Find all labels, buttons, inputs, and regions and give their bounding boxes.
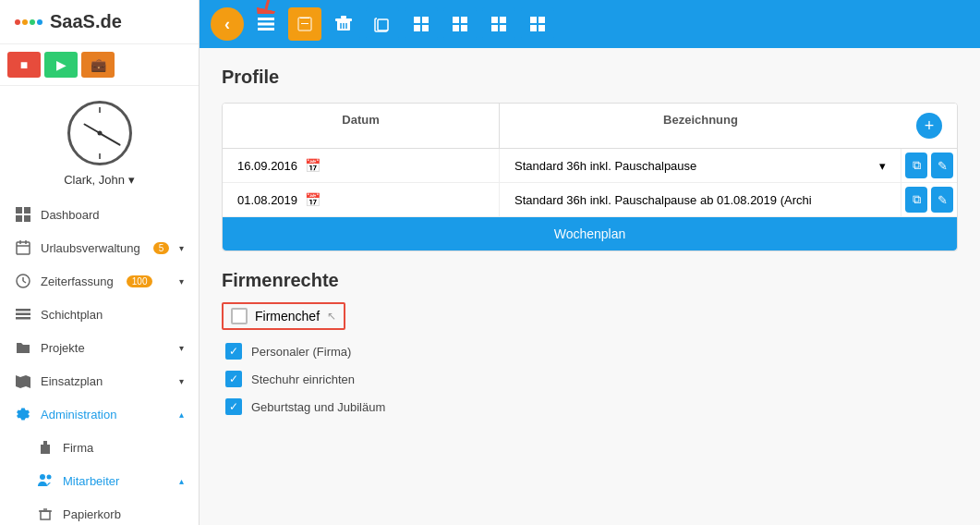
minute-hand: [99, 132, 120, 145]
svg-rect-23: [258, 28, 274, 31]
svg-rect-3: [24, 215, 30, 222]
sidebar-item-projekte[interactable]: Projekte ▾: [0, 331, 199, 364]
bezeichnung-cell-2: Standard 36h inkl. Pauschalpause ab 01.0…: [500, 183, 901, 216]
sidebar-item-einsatzplan[interactable]: Einsatzplan ▾: [0, 364, 199, 397]
sidebar-item-dashboard[interactable]: Dashboard: [0, 198, 199, 231]
svg-rect-12: [16, 313, 30, 316]
row-actions-1: ⧉ ✎: [901, 149, 957, 182]
calendar-icon-1[interactable]: 📅: [305, 158, 321, 173]
svg-rect-38: [414, 25, 420, 31]
delete-button[interactable]: [327, 7, 360, 41]
add-profile-button[interactable]: +: [916, 113, 942, 139]
date-value-2: 01.08.2019: [237, 193, 297, 207]
clock: [67, 101, 132, 165]
copy-button[interactable]: [366, 7, 399, 41]
table-row: 16.09.2016 📅 Standard 36h inkl. Pauschal…: [223, 149, 957, 183]
svg-rect-31: [341, 16, 346, 18]
svg-rect-11: [16, 309, 30, 311]
checkbox-item-personaler: ✓ Personaler (Firma): [222, 337, 958, 365]
svg-rect-41: [461, 17, 467, 23]
chevron-down-icon: ▾: [879, 159, 886, 173]
checkbox-geburtstag[interactable]: ✓: [225, 398, 242, 415]
checkbox-label-stechuhr: Stechuhr einrichten: [251, 372, 355, 386]
chevron-down-icon: ▾: [128, 173, 135, 187]
main-area: ‹: [200, 0, 980, 525]
map-icon: [15, 372, 31, 389]
content-area: Profile Datum Bezeichnung + 16.09.2016 📅…: [200, 48, 980, 525]
svg-rect-50: [530, 25, 537, 31]
checkbox-item-firmenchef: Firmenchef ↖: [222, 302, 345, 330]
checkbox-item-geburtstag: ✓ Geburtstag und Jubiläum: [222, 393, 958, 421]
user-name[interactable]: Clark, John ▾: [64, 173, 135, 187]
badge-zeiterfassung: 100: [127, 275, 153, 287]
sidebar-item-urlaubsverwaltung[interactable]: Urlaubsverwaltung 5 ▾: [0, 231, 199, 264]
building-icon: [37, 439, 54, 456]
sidebar-item-papierkorb[interactable]: Papierkorb: [0, 497, 199, 525]
list-view-button[interactable]: [249, 7, 283, 41]
chevron-up-icon: ▴: [179, 409, 184, 420]
bezeichnung-cell-1: Standard 36h inkl. Pauschalpause ▾: [500, 149, 901, 182]
svg-rect-42: [453, 25, 459, 31]
stop-button[interactable]: ■: [7, 52, 41, 78]
sidebar-item-zeiterfassung[interactable]: Zeiterfassung 100 ▾: [0, 264, 199, 298]
checkbox-personaler[interactable]: ✓: [225, 343, 242, 360]
checkbox-stechuhr[interactable]: ✓: [225, 371, 242, 387]
grid-btn-2[interactable]: [443, 7, 477, 41]
folder-icon: [15, 339, 31, 356]
grid-btn-4[interactable]: [521, 7, 554, 41]
clock-icon: [15, 273, 31, 289]
checkbox-label-personaler: Personaler (Firma): [251, 345, 351, 359]
wochenplan-button[interactable]: Wochenplan: [223, 217, 957, 250]
sidebar-item-administration[interactable]: Administration ▴: [0, 397, 199, 431]
svg-rect-49: [538, 17, 545, 23]
svg-line-10: [23, 281, 26, 283]
svg-rect-28: [301, 24, 309, 29]
svg-rect-36: [414, 17, 420, 23]
svg-rect-22: [258, 23, 274, 26]
grid-btn-3[interactable]: [482, 7, 515, 41]
logo-text: SaaS.de: [50, 11, 122, 32]
sidebar-item-label: Urlaubsverwaltung: [41, 241, 140, 255]
chevron-icon: ▾: [179, 243, 184, 253]
svg-rect-40: [453, 17, 459, 23]
sidebar-item-firma[interactable]: Firma: [0, 431, 199, 464]
firmenrechte-title: Firmenrechte: [222, 270, 958, 291]
calendar-icon-2[interactable]: 📅: [305, 192, 321, 207]
grid-btn-1[interactable]: [405, 7, 438, 41]
firmenrechte-list: Firmenchef ↖ ✓ Personaler (Firma) ✓ Stec…: [222, 302, 958, 421]
table-header: Datum Bezeichnung +: [223, 104, 957, 149]
svg-rect-35: [378, 19, 388, 31]
work-button[interactable]: 💼: [81, 52, 115, 78]
sidebar-item-label: Schichtplan: [41, 308, 103, 322]
clock-area: Clark, John ▾: [0, 86, 199, 194]
svg-rect-45: [500, 17, 506, 23]
checkbox-item-stechuhr: ✓ Stechuhr einrichten: [222, 365, 958, 393]
play-button[interactable]: ▶: [44, 52, 78, 78]
sidebar-item-label: Mitarbeiter: [63, 474, 119, 488]
copy-row-button-1[interactable]: ⧉: [905, 153, 927, 178]
bezeichnung-dropdown-1[interactable]: Standard 36h inkl. Pauschalpause ▾: [514, 159, 886, 173]
header-add: +: [901, 104, 957, 148]
svg-rect-13: [16, 317, 30, 320]
sidebar-item-mitarbeiter[interactable]: Mitarbeiter ▴: [0, 464, 199, 497]
checkbox-firmenchef[interactable]: [231, 308, 248, 324]
edit-row-button-1[interactable]: ✎: [931, 153, 953, 178]
save-button[interactable]: [288, 7, 321, 41]
edit-row-button-2[interactable]: ✎: [931, 187, 953, 213]
chevron-icon: ▾: [179, 276, 184, 287]
dot1: [15, 19, 20, 25]
copy-row-button-2[interactable]: ⧉: [905, 187, 927, 213]
svg-rect-15: [43, 441, 47, 445]
sidebar-item-label: Projekte: [41, 341, 85, 355]
svg-rect-51: [538, 25, 545, 31]
checkbox-label-geburtstag: Geburtstag und Jubiläum: [251, 400, 385, 414]
list-icon: [15, 306, 31, 323]
svg-rect-39: [422, 25, 429, 31]
date-cell-2: 01.08.2019 📅: [223, 183, 500, 216]
chevron-icon: ▾: [179, 376, 184, 386]
sidebar-item-schichtplan[interactable]: Schichtplan: [0, 298, 199, 331]
back-button[interactable]: ‹: [211, 7, 244, 41]
cursor-pointer: ↖: [327, 310, 336, 323]
logo-dots: [15, 19, 42, 25]
svg-rect-27: [299, 18, 310, 23]
